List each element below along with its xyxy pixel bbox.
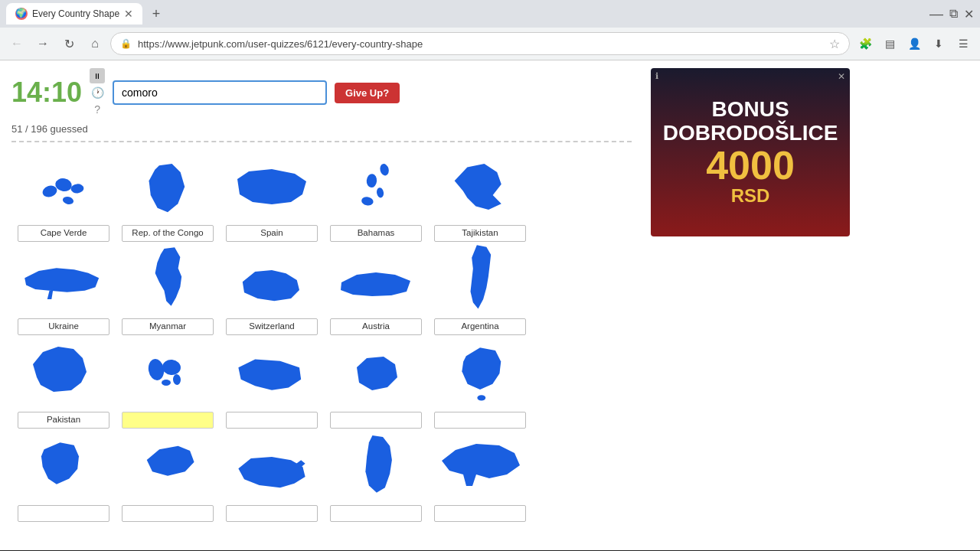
country-shape-argentina bbox=[434, 242, 526, 318]
country-label-repcongo: Rep. of the Congo bbox=[122, 225, 214, 242]
answer-input-area bbox=[113, 80, 327, 105]
pause-button[interactable]: ⏸ bbox=[90, 68, 105, 83]
country-label-unknown6 bbox=[18, 505, 109, 522]
ad-close-icon[interactable]: ✕ bbox=[838, 71, 845, 82]
refresh-button[interactable]: ↻ bbox=[58, 33, 80, 54]
navbar: ← → ↻ ⌂ 🔒 https://www.jetpunk.com/user-q… bbox=[0, 28, 980, 60]
list-item: Rep. of the Congo bbox=[116, 148, 220, 242]
country-shape-unknown2 bbox=[122, 335, 214, 412]
browser-chrome: 🌍 Every Country Shape ✕ + — ⧉ ✕ ← → ↻ ⌂ … bbox=[0, 0, 980, 60]
downloads-button[interactable]: ⬇ bbox=[928, 33, 949, 54]
country-shape-pakistan bbox=[18, 335, 109, 412]
nav-extras: 🧩 ▤ 👤 ⬇ ☰ bbox=[854, 33, 974, 54]
sync-button[interactable]: 👤 bbox=[903, 33, 925, 54]
country-label-argentina: Argentina bbox=[434, 318, 526, 335]
country-shape-capeverde bbox=[18, 148, 109, 225]
list-item: Spain bbox=[220, 148, 324, 242]
home-button[interactable]: ⌂ bbox=[84, 33, 106, 54]
country-grid: Cape Verde Rep. of the Congo Spain bbox=[11, 148, 632, 522]
minimize-button[interactable]: — bbox=[929, 6, 943, 22]
svg-point-11 bbox=[172, 374, 181, 386]
country-label-unknown7 bbox=[122, 505, 214, 522]
list-item bbox=[116, 429, 220, 522]
svg-point-7 bbox=[361, 196, 374, 207]
page-content: 14:10 ⏸ 🕐 ? Give Up? 51 / 196 guessed bbox=[0, 60, 980, 550]
tab-close-button[interactable]: ✕ bbox=[124, 8, 133, 20]
close-button[interactable]: ✕ bbox=[964, 7, 974, 21]
country-shape-unknown3 bbox=[226, 335, 318, 412]
svg-point-4 bbox=[379, 163, 390, 177]
info-button[interactable]: ? bbox=[90, 102, 105, 117]
country-shape-bahamas bbox=[330, 148, 422, 225]
restore-button[interactable]: ⧉ bbox=[949, 7, 958, 21]
ad-amount: 4000 bbox=[706, 145, 795, 185]
tab-area: 🌍 Every Country Shape ✕ + bbox=[6, 3, 167, 24]
active-tab[interactable]: 🌍 Every Country Shape ✕ bbox=[6, 3, 142, 24]
back-button[interactable]: ← bbox=[6, 33, 28, 54]
svg-point-6 bbox=[376, 187, 384, 198]
list-item: Cape Verde bbox=[11, 148, 116, 242]
country-label-unknown8 bbox=[226, 505, 318, 522]
new-tab-button[interactable]: + bbox=[145, 3, 167, 24]
list-item: Switzerland bbox=[220, 242, 324, 335]
give-up-button[interactable]: Give Up? bbox=[335, 83, 400, 103]
quiz-area: 14:10 ⏸ 🕐 ? Give Up? 51 / 196 guessed bbox=[0, 60, 643, 550]
country-shape-switzerland bbox=[226, 242, 318, 318]
list-item bbox=[324, 335, 428, 429]
tab-title: Every Country Shape bbox=[32, 8, 119, 19]
forward-button[interactable]: → bbox=[32, 33, 54, 54]
svg-point-3 bbox=[62, 196, 74, 206]
timer-controls: ⏸ 🕐 ? bbox=[90, 68, 105, 117]
quiz-header: 14:10 ⏸ 🕐 ? Give Up? bbox=[11, 68, 632, 117]
svg-point-12 bbox=[477, 395, 485, 400]
url-bar[interactable]: 🔒 https://www.jetpunk.com/user-quizzes/6… bbox=[110, 32, 850, 55]
country-label-unknown2 bbox=[122, 412, 214, 429]
country-shape-unknown6 bbox=[18, 429, 109, 505]
country-label-unknown9 bbox=[330, 505, 422, 522]
timer-display: 14:10 bbox=[11, 77, 82, 109]
list-item: Austria bbox=[324, 242, 428, 335]
country-shape-myanmar bbox=[122, 242, 214, 318]
country-label-unknown4 bbox=[330, 412, 422, 429]
country-label-bahamas: Bahamas bbox=[330, 225, 422, 242]
country-label-switzerland: Switzerland bbox=[226, 318, 318, 335]
country-label-unknown10 bbox=[434, 505, 526, 522]
menu-button[interactable]: ☰ bbox=[952, 33, 974, 54]
country-label-pakistan: Pakistan bbox=[18, 412, 109, 429]
list-item bbox=[11, 429, 116, 522]
svg-point-1 bbox=[54, 177, 73, 192]
extensions-button[interactable]: 🧩 bbox=[854, 33, 876, 54]
svg-point-8 bbox=[147, 357, 166, 381]
country-shape-repcongo bbox=[122, 148, 214, 225]
svg-point-10 bbox=[162, 380, 171, 386]
ad-currency: RSD bbox=[731, 185, 770, 207]
svg-point-2 bbox=[70, 184, 84, 194]
country-label-myanmar: Myanmar bbox=[122, 318, 214, 335]
list-item: Pakistan bbox=[11, 335, 116, 429]
country-label-unknown3 bbox=[226, 412, 318, 429]
list-item bbox=[116, 335, 220, 429]
titlebar: 🌍 Every Country Shape ✕ + — ⧉ ✕ bbox=[0, 0, 980, 28]
svg-point-5 bbox=[366, 174, 377, 188]
list-item bbox=[428, 335, 532, 429]
list-item bbox=[220, 429, 324, 522]
clock-button[interactable]: 🕐 bbox=[90, 85, 105, 100]
ad-bonus-text: BONUSDOBRODOŠLICE bbox=[663, 98, 838, 145]
ad-info-icon[interactable]: ℹ bbox=[655, 71, 658, 81]
country-label-austria: Austria bbox=[330, 318, 422, 335]
country-label-tajikistan: Tajikistan bbox=[434, 225, 526, 242]
list-item: Myanmar bbox=[116, 242, 220, 335]
sidebar-button[interactable]: ▤ bbox=[879, 33, 900, 54]
ad-banner: ℹ ✕ BONUSDOBRODOŠLICE 4000 RSD bbox=[651, 68, 850, 236]
answer-input[interactable] bbox=[113, 80, 327, 105]
bookmark-icon[interactable]: ☆ bbox=[829, 37, 840, 51]
country-shape-ukraine bbox=[18, 242, 109, 318]
country-shape-unknown4 bbox=[330, 335, 422, 412]
ad-area: ℹ ✕ BONUSDOBRODOŠLICE 4000 RSD bbox=[643, 60, 858, 550]
progress-text: 51 / 196 guessed bbox=[11, 123, 632, 135]
country-shape-unknown8 bbox=[226, 429, 318, 505]
country-label-ukraine: Ukraine bbox=[18, 318, 109, 335]
country-label-unknown5 bbox=[434, 412, 526, 429]
list-item: Tajikistan bbox=[428, 148, 532, 242]
country-shape-unknown10 bbox=[434, 429, 526, 505]
